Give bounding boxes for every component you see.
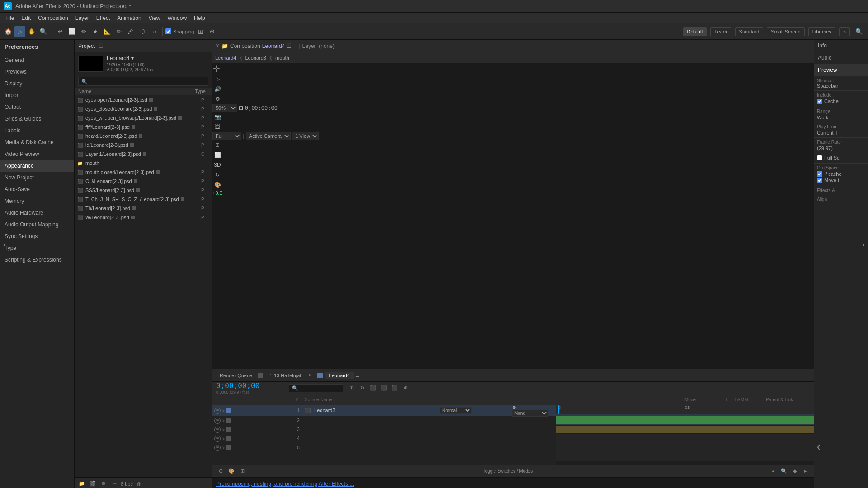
footer-nav-2[interactable]: 🔍 xyxy=(779,467,788,476)
expand-icon-4[interactable]: ▷ xyxy=(222,436,225,441)
close-btn[interactable]: ✕ xyxy=(215,43,220,49)
new-comp-btn[interactable]: 🎬 xyxy=(88,479,97,488)
footer-btn-1[interactable]: ⊕ xyxy=(216,467,225,476)
quality-select[interactable]: FullHalfQuarter xyxy=(212,132,241,140)
settings-btn[interactable]: ⚙ xyxy=(99,479,108,488)
camera-tool[interactable]: ↔ xyxy=(149,26,160,37)
list-item[interactable]: ⬛ SSS/Leonard[2-3].psd P xyxy=(75,186,212,195)
table-row[interactable]: 👁 ▷ 3 xyxy=(212,425,556,434)
tl-btn-5[interactable]: ⬛ xyxy=(390,384,399,393)
preview-play-btn[interactable]: ▷ xyxy=(212,74,222,84)
close-hallelujah[interactable]: ✕ xyxy=(308,373,312,378)
pref-import[interactable]: Import xyxy=(0,89,74,101)
tl-btn-2[interactable]: ↻ xyxy=(358,384,367,393)
select-tool[interactable]: ▷ xyxy=(14,26,25,37)
refresh-btn[interactable]: ↻ xyxy=(212,170,222,180)
if-cache-checkbox[interactable] xyxy=(817,171,822,177)
menu-window[interactable]: Window xyxy=(164,14,190,22)
visibility-icon[interactable]: 👁 xyxy=(214,408,221,414)
delete-btn[interactable]: 🗑 xyxy=(135,479,144,488)
snapshot-btn[interactable]: 📷 xyxy=(212,112,222,122)
menu-composition[interactable]: Composition xyxy=(34,14,72,22)
pref-new-project[interactable]: New Project xyxy=(0,172,74,183)
menu-view[interactable]: View xyxy=(145,14,164,22)
view-select[interactable]: 1 View xyxy=(292,132,319,140)
pref-video-preview[interactable]: Video Preview xyxy=(0,148,74,160)
collapse-icon[interactable]: ❮ xyxy=(816,444,821,450)
playhead[interactable] xyxy=(558,405,559,414)
list-item[interactable]: ⬛ heard/Leonard[2-3].psd P xyxy=(75,131,212,141)
timeline-ruler[interactable]: 0f 01f xyxy=(556,405,814,465)
move-checkbox[interactable] xyxy=(817,178,822,183)
cache-checkbox[interactable] xyxy=(817,99,822,104)
menu-layer[interactable]: Layer xyxy=(72,14,93,22)
toggle-switches-label[interactable]: Toggle Switches / Modes xyxy=(483,469,533,474)
pref-memory[interactable]: Memory xyxy=(0,195,74,207)
menu-animation[interactable]: Animation xyxy=(113,14,145,22)
project-menu-icon[interactable]: ☰ xyxy=(99,43,104,49)
list-item[interactable]: ⬛ ffff/Leonard[2-3].psd P xyxy=(75,122,212,131)
footer-nav-4[interactable]: ▸ xyxy=(801,467,810,476)
comp-menu-icon[interactable]: ☰ xyxy=(287,43,292,49)
tab-menu-icon[interactable]: ☰ xyxy=(355,373,359,378)
pref-sync-settings[interactable]: Sync Settings xyxy=(0,230,74,242)
zoom-tool[interactable]: 🔍 xyxy=(38,26,49,37)
timeline-search-input[interactable] xyxy=(289,384,343,392)
tab-audio[interactable]: Audio xyxy=(814,52,868,64)
expand-icon[interactable]: ▷ xyxy=(222,408,225,413)
list-item[interactable]: ⬛ T_Ch_J_N_SH_S_C_Z_/Leonard[2-3].psd P xyxy=(75,195,212,204)
mode-select-1[interactable]: Normal xyxy=(440,407,472,414)
fit-btn[interactable]: ⊞ xyxy=(239,105,243,111)
ws-small-screen[interactable]: Small Screen xyxy=(767,27,804,36)
pref-media-disk-cache[interactable]: Media & Disk Cache xyxy=(0,136,74,148)
star-tool[interactable]: ★ xyxy=(90,26,101,37)
snap-icon[interactable]: ⊞ xyxy=(195,26,206,37)
ws-more[interactable]: » xyxy=(839,27,850,36)
preview-audio-btn[interactable]: 🔊 xyxy=(212,84,222,94)
footer-btn-3[interactable]: ⊞ xyxy=(238,467,247,476)
table-row[interactable]: 👁 ▷ 2 xyxy=(212,416,556,425)
pref-labels[interactable]: Labels xyxy=(0,125,74,136)
list-item[interactable]: ⬛ mouth closed/Leonard[2-3].psd P xyxy=(75,168,212,177)
rotate-tool[interactable]: ↩ xyxy=(55,26,66,37)
preview-settings-btn[interactable]: ⚙ xyxy=(212,94,222,104)
footer-btn-2[interactable]: 🎨 xyxy=(227,467,236,476)
breadcrumb-leonard3[interactable]: Leonard3 xyxy=(245,55,267,61)
tab-hallelujah[interactable]: 1-13 Hallelujah xyxy=(266,372,306,379)
show-snapshot-btn[interactable]: 🖼 xyxy=(212,122,222,132)
breadcrumb-mouth[interactable]: mouth xyxy=(275,55,289,61)
pref-previews[interactable]: Previews xyxy=(0,66,74,78)
list-item[interactable]: ⬛ W/Leonard[2-3].psd P xyxy=(75,213,212,222)
tl-btn-6[interactable]: ⊗ xyxy=(401,384,410,393)
list-item[interactable]: ⬛ OU/Leonard[2-3].psd P xyxy=(75,177,212,186)
pref-general[interactable]: General xyxy=(0,54,74,66)
transparency-btn[interactable]: ⬜ xyxy=(212,150,222,160)
table-row[interactable]: 👁 ▷ 4 xyxy=(212,434,556,443)
new-folder-btn[interactable]: 📁 xyxy=(77,479,86,488)
camera-select[interactable]: Active Camera xyxy=(246,132,291,140)
stamp-tool[interactable]: 🖊 xyxy=(125,26,136,37)
tab-render-queue[interactable]: Render Queue xyxy=(216,372,256,379)
tab-info[interactable]: Info xyxy=(814,40,868,52)
eraser-tool[interactable]: ✏ xyxy=(113,26,124,37)
ws-default[interactable]: Default xyxy=(683,27,707,36)
ws-learn[interactable]: Learn xyxy=(710,27,731,36)
footer-nav-3[interactable]: ◆ xyxy=(790,467,799,476)
menu-help[interactable]: Help xyxy=(190,14,209,22)
pref-auto-save[interactable]: Auto-Save xyxy=(0,183,74,195)
menu-file[interactable]: File xyxy=(2,14,18,22)
list-item[interactable]: ⬛ eyes_wi...pen_browsup/Leonard[2-3].psd… xyxy=(75,113,212,122)
list-item[interactable]: ⬛ eyes_closed/Leonard[2-3].psd P xyxy=(75,104,212,113)
fullsc-checkbox[interactable] xyxy=(817,155,822,160)
list-item[interactable]: ⬛ Layer 1/Leonard[2-3].psd C xyxy=(75,150,212,159)
list-item[interactable]: ⬛ eyes open/Leonard[2-3].psd P xyxy=(75,95,212,104)
magnet-icon[interactable]: ⊕ xyxy=(207,26,218,37)
list-item[interactable]: ⬛ id/Leonard[2-3].psd P xyxy=(75,141,212,150)
tl-btn-1[interactable]: ⊕ xyxy=(347,384,356,393)
layer-name-1[interactable]: ⬛ Leonard3 xyxy=(303,408,438,413)
pencil-tool[interactable]: 📐 xyxy=(102,26,113,37)
tab-leonard4[interactable]: Leonard4 xyxy=(326,372,354,379)
hand-tool[interactable]: ✋ xyxy=(26,26,37,37)
3d-btn[interactable]: 3D xyxy=(212,160,222,170)
composition-viewer[interactable]: ✛ xyxy=(212,63,814,74)
